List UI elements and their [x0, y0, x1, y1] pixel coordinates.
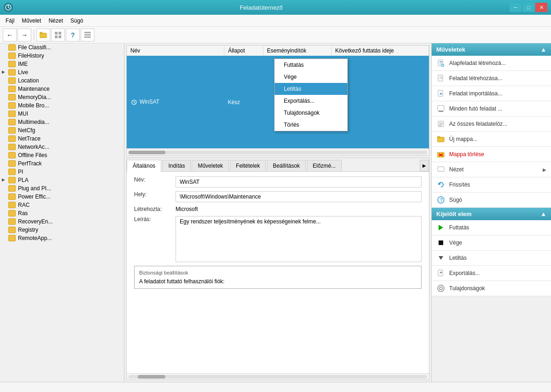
- right-panel-item[interactable]: Feladat importálása...: [432, 86, 551, 101]
- sidebar-item[interactable]: PerfTrack: [0, 159, 124, 168]
- right-panel-item[interactable]: ?Súgó: [432, 193, 551, 208]
- sidebar-item[interactable]: RemoteApp...: [0, 234, 124, 242]
- menu-action[interactable]: Művelet: [18, 16, 45, 25]
- folder-icon: [8, 69, 16, 76]
- right-panel-item[interactable]: Frissítés: [432, 177, 551, 193]
- right-item-label: Új mappa...: [449, 136, 477, 142]
- sidebar-item[interactable]: NetCfg: [0, 126, 124, 135]
- sidebar-item[interactable]: File Classifi...: [0, 43, 124, 52]
- maximize-button[interactable]: □: [522, 3, 534, 12]
- folder-button[interactable]: [36, 29, 50, 41]
- right-panel-item[interactable]: Az összes feladatelöz...: [432, 117, 551, 132]
- svg-rect-8: [59, 35, 61, 38]
- view-button-1[interactable]: [51, 29, 65, 41]
- forward-button[interactable]: →: [18, 29, 31, 41]
- sidebar-item-label: Offline Files: [18, 152, 47, 158]
- minimize-button[interactable]: ─: [510, 3, 522, 12]
- right-section-header[interactable]: Műveletek▲: [432, 43, 551, 56]
- context-menu-item[interactable]: Futtatás: [275, 59, 347, 71]
- sidebar-item[interactable]: Maintenance: [0, 85, 124, 93]
- sidebar-item[interactable]: NetworkAc...: [0, 143, 124, 151]
- sidebar-item[interactable]: FileHistory: [0, 52, 124, 60]
- sidebar-item[interactable]: Multimedia...: [0, 118, 124, 126]
- sidebar-item[interactable]: MUI: [0, 110, 124, 118]
- sidebar-item[interactable]: Ras: [0, 209, 124, 217]
- created-value: Microsoft: [176, 206, 198, 212]
- sidebar-item-label: NetCfg: [18, 127, 35, 134]
- tab--ltal-nos[interactable]: Általános: [127, 160, 161, 172]
- right-section-header[interactable]: Kijelölt elem▲: [432, 208, 551, 220]
- right-item-icon: ?: [436, 195, 445, 205]
- sidebar-item-label: RemoteApp...: [18, 235, 52, 241]
- tab-nav-button[interactable]: ▶: [420, 160, 429, 171]
- context-menu-item[interactable]: Vége: [275, 71, 347, 83]
- right-panel-item[interactable]: Futtatás: [432, 220, 551, 235]
- menu-view[interactable]: Nézet: [45, 16, 66, 25]
- context-menu-item[interactable]: Törlés: [275, 119, 347, 131]
- sidebar-item[interactable]: RecoveryEn...: [0, 217, 124, 226]
- sidebar-item[interactable]: Power Effic...: [0, 193, 124, 201]
- right-panel-item[interactable]: Alapfeladat létrehozá...: [432, 56, 551, 71]
- tab-m-veletek[interactable]: Műveletek: [192, 160, 229, 171]
- close-button[interactable]: ✕: [535, 3, 547, 12]
- expand-arrow-icon: ▶: [2, 177, 7, 183]
- sidebar-item[interactable]: NetTrace: [0, 135, 124, 143]
- collapse-icon: ▲: [540, 46, 546, 53]
- svg-rect-5: [55, 32, 58, 35]
- tab-felt-telek[interactable]: Feltételek: [230, 160, 266, 171]
- right-panel-item[interactable]: Nézet▶: [432, 162, 551, 177]
- tab-be-ll-t-sok[interactable]: Beállítások: [267, 160, 306, 171]
- right-panel-item[interactable]: Tulajdonságok: [432, 281, 551, 296]
- context-menu-item[interactable]: Tulajdonságok: [275, 107, 347, 119]
- col-nextrun[interactable]: Következő futtatás ideje: [331, 46, 428, 56]
- svg-rect-27: [438, 105, 444, 111]
- right-panel-item[interactable]: Új mappa...: [432, 132, 551, 147]
- scrollbar-track[interactable]: [129, 151, 427, 154]
- svg-line-2: [8, 7, 10, 8]
- folder-icon: [8, 94, 16, 100]
- title-bar: Feladatütemező ─ □ ✕: [0, 0, 551, 15]
- context-menu-item[interactable]: Exportálás...: [275, 95, 347, 107]
- help-button[interactable]: ?: [66, 29, 80, 41]
- tab-el-zm----[interactable]: Előzmé...: [307, 160, 342, 171]
- right-item-label: Frissítés: [449, 181, 470, 188]
- col-name[interactable]: Név: [127, 46, 224, 56]
- sidebar-item[interactable]: RAC: [0, 201, 124, 209]
- right-item-icon: [436, 180, 445, 189]
- sidebar-item[interactable]: MemoryDia...: [0, 93, 124, 101]
- sidebar-item[interactable]: Location: [0, 76, 124, 85]
- desc-row: Leírás: Egy rendszer teljesítményének és…: [134, 216, 422, 262]
- sidebar-item[interactable]: PI: [0, 168, 124, 176]
- right-item-icon: [436, 223, 445, 232]
- h-scrollbar-track[interactable]: [129, 375, 427, 379]
- tab-ind-t-s[interactable]: Indítás: [162, 160, 191, 171]
- back-button[interactable]: ←: [3, 29, 17, 41]
- col-triggers[interactable]: Eseményindítók: [263, 46, 331, 56]
- right-section-title: Kijelölt elem: [436, 211, 472, 217]
- menu-file[interactable]: Fájl: [2, 16, 18, 25]
- sidebar-item-label: Maintenance: [18, 86, 50, 92]
- right-panel-item[interactable]: Exportálás...: [432, 266, 551, 281]
- menu-help[interactable]: Súgó: [67, 16, 87, 25]
- right-item-label: Minden futó feladat ...: [449, 105, 502, 112]
- view-button-2[interactable]: [81, 29, 94, 41]
- sidebar-item[interactable]: Offline Files: [0, 151, 124, 159]
- right-panel-item[interactable]: Mappa törlése: [432, 147, 551, 162]
- right-panel-item[interactable]: Feladat létrehozása...: [432, 71, 551, 86]
- folder-icon: [8, 185, 16, 192]
- right-panel-item[interactable]: Vége: [432, 235, 551, 251]
- sidebar-item[interactable]: Mobile Bro...: [0, 101, 124, 110]
- sidebar-item[interactable]: IME: [0, 60, 124, 68]
- main-layout: File Classifi...FileHistoryIME▶LiveLocat…: [0, 43, 551, 382]
- context-menu-item[interactable]: Letiltás: [275, 83, 347, 95]
- sidebar-item[interactable]: Plug and PI...: [0, 184, 124, 193]
- sidebar-item[interactable]: ▶Live: [0, 68, 124, 76]
- col-status[interactable]: Állapot: [224, 46, 263, 56]
- right-panel-item[interactable]: Minden futó feladat ...: [432, 101, 551, 117]
- sidebar-item[interactable]: Registry: [0, 226, 124, 234]
- sidebar: File Classifi...FileHistoryIME▶LiveLocat…: [0, 43, 124, 382]
- sidebar-item[interactable]: ▶PLA: [0, 176, 124, 184]
- center-content: Név Állapot Eseményindítók Következő fut…: [124, 43, 431, 382]
- svg-rect-9: [84, 32, 91, 33]
- right-panel-item[interactable]: Letiltás: [432, 251, 551, 266]
